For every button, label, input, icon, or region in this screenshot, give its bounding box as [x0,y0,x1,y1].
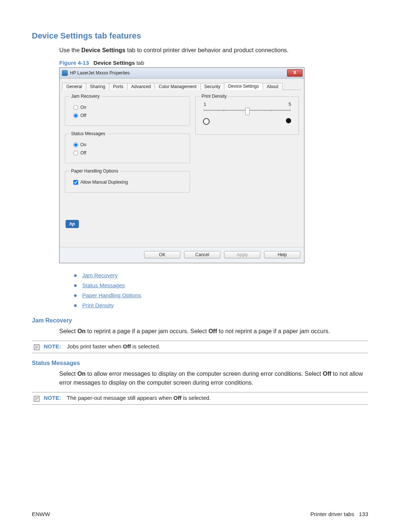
list-item: Paper Handling Options [74,292,368,298]
status-messages-group: Status Messages On Off [65,131,190,163]
close-button[interactable]: X [287,69,303,77]
section-heading: Device Settings tab features [32,31,368,41]
tab-device-settings[interactable]: Device Settings [224,83,263,90]
status-messages-off-row[interactable]: Off [73,150,185,155]
text: Select [59,371,77,377]
section-link-list: Jam Recovery Status Messages Paper Handl… [74,272,368,308]
list-item: Jam Recovery [74,272,368,278]
jam-recovery-off-label: Off [80,113,86,118]
intro-paragraph: Use the Device Settings tab to control p… [59,46,368,54]
tab-security[interactable]: Security [200,83,224,90]
jam-recovery-off-row[interactable]: Off [73,113,185,118]
jam-recovery-on-radio[interactable] [73,105,78,110]
tab-about[interactable]: About [263,83,282,90]
cancel-button[interactable]: Cancel [184,251,220,258]
window-title: HP LaserJet Mxxxx Properties [70,70,130,76]
jam-recovery-note: NOTE: Jobs print faster when Off is sele… [32,341,368,353]
page-footer: ENWW Printer driver tabs 133 [32,511,368,517]
status-messages-legend: Status Messages [70,131,107,136]
tab-ports[interactable]: Ports [109,83,127,90]
intro-text-2: tab to control printer driver behavior a… [126,47,289,53]
slider-thumb[interactable] [245,108,250,115]
paper-handling-group: Paper Handling Options Allow Manual Dupl… [65,168,190,193]
text: is selected. [181,395,211,401]
figure-caption: Figure 4-13 Device Settings tab [59,60,368,66]
intro-bold: Device Settings [81,47,126,53]
text-bold: On [77,328,86,334]
print-density-slider[interactable]: 1 5 [200,102,294,130]
jam-recovery-on-label: On [80,105,86,110]
list-item: Status Messages [74,282,368,288]
note-label: NOTE: [44,395,61,401]
app-icon [62,70,68,76]
tab-general[interactable]: General [62,83,86,90]
text: Jobs print faster when [67,343,123,349]
intro-text: Use the [59,47,81,53]
figure-text-bold: Device Settings [94,60,135,66]
note-label: NOTE: [44,343,61,349]
figure-text-rest: tab [135,60,144,66]
allow-manual-duplexing-checkbox[interactable] [73,180,78,185]
text: to not reprint a page if a paper jam occ… [217,328,330,334]
allow-manual-duplexing-row[interactable]: Allow Manual Duplexing [73,180,185,185]
link-print-density[interactable]: Print Density [82,302,114,308]
status-messages-note: NOTE: The paper-out message still appear… [32,392,368,405]
paper-handling-legend: Paper Handling Options [70,168,120,174]
apply-button[interactable]: Apply [224,251,260,258]
jam-recovery-off-radio[interactable] [73,113,78,118]
jam-recovery-legend: Jam Recovery [70,94,101,99]
link-jam-recovery[interactable]: Jam Recovery [82,272,118,278]
link-status-messages[interactable]: Status Messages [82,282,125,288]
tab-sharing[interactable]: Sharing [86,83,109,90]
ok-button[interactable]: OK [144,251,180,258]
print-density-group: Print Density 1 5 [195,94,299,135]
footer-page-number: 133 [359,511,368,517]
slider-tick [204,109,204,111]
text: Select [59,328,77,334]
tab-strip: General Sharing Ports Advanced Color Man… [63,81,301,90]
status-messages-on-label: On [80,142,86,147]
footer-section: Printer driver tabs [310,511,354,517]
text-bold: Off [173,395,181,401]
density-max-label: 5 [289,102,291,107]
help-button[interactable]: Help [264,251,300,258]
jam-recovery-heading: Jam Recovery [32,317,368,324]
jam-recovery-on-row[interactable]: On [73,105,185,110]
status-messages-on-row[interactable]: On [73,142,185,147]
status-messages-off-radio[interactable] [73,151,78,155]
footer-left: ENWW [32,511,50,517]
text: The paper-out message still appears when [67,395,174,401]
note-text: NOTE: Jobs print faster when Off is sele… [44,343,160,349]
text: is selected. [131,343,160,349]
slider-tick [271,109,271,111]
hp-logo: hp [66,220,79,228]
text-bold: Off [323,371,331,377]
footer-right: Printer driver tabs 133 [310,511,368,517]
text: to reprint a page if a paper jam occurs.… [86,328,209,334]
note-text: NOTE: The paper-out message still appear… [44,395,211,401]
tab-advanced[interactable]: Advanced [127,83,155,90]
settings-dialog-screenshot: HP LaserJet Mxxxx Properties X General S… [59,67,304,263]
text-bold: On [77,371,86,377]
text-bold: Off [123,343,131,349]
status-messages-off-label: Off [80,150,86,155]
note-icon [33,395,40,402]
density-min-label: 1 [204,102,206,107]
jam-recovery-group: Jam Recovery On Off [65,94,190,126]
slider-tick [290,109,290,111]
dialog-button-bar: OK Cancel Apply Help [60,247,304,263]
slider-tick [224,109,224,111]
text: to allow error messages to display on th… [86,371,323,377]
list-item: Print Density [74,302,368,308]
print-density-legend: Print Density [200,94,228,99]
density-light-icon [203,118,210,125]
status-messages-heading: Status Messages [32,360,368,367]
note-icon [33,344,40,351]
status-messages-text: Select On to allow error messages to dis… [59,369,368,387]
link-paper-handling-options[interactable]: Paper Handling Options [82,292,141,298]
allow-manual-duplexing-label: Allow Manual Duplexing [80,180,128,185]
status-messages-on-radio[interactable] [73,143,78,147]
figure-number: Figure 4-13 [59,60,89,66]
density-dark-icon [286,118,291,123]
tab-color-management[interactable]: Color Management [154,83,200,90]
